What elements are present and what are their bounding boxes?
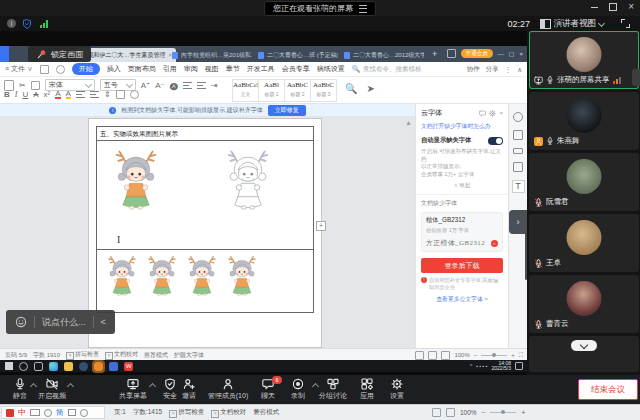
cut-icon[interactable]: ✂ <box>19 81 26 90</box>
view-page-icon[interactable] <box>415 351 424 360</box>
wps-tab[interactable]: 二〇大青春心…2012级大学 <box>344 48 424 62</box>
paste-icon[interactable] <box>4 80 14 91</box>
panel-close-icon[interactable]: × <box>499 110 503 117</box>
strikethrough-button[interactable]: A <box>33 90 38 99</box>
ime-cn-icon[interactable]: 中 <box>18 407 26 418</box>
text-tool-icon[interactable]: T <box>512 180 525 193</box>
quick-chat-bar[interactable]: 说点什么... < <box>6 310 115 334</box>
photos-app-icon[interactable] <box>109 362 118 371</box>
taskbar-clock[interactable]: 14:082022/5/3 <box>492 361 511 372</box>
file-menu[interactable]: ≡ 文件 ∨ <box>5 64 33 74</box>
wps-tab-active[interactable]: 我和伊二〇大…学生素质管理 × <box>76 48 176 62</box>
font-card[interactable]: 楷体_GB2312 相似推荐 1万 字体 方正楷体_GB2312× <box>421 212 503 252</box>
browser-icon[interactable] <box>79 362 88 371</box>
close-button[interactable]: × <box>628 3 634 11</box>
align-left-icon[interactable] <box>76 91 85 98</box>
view-web-icon[interactable] <box>428 351 437 360</box>
view-icon[interactable] <box>446 408 455 417</box>
maximize-button[interactable] <box>609 3 617 11</box>
clear-format-icon[interactable]: 🅐 <box>170 81 178 90</box>
style-heading1[interactable]: AaBl标题 1 <box>258 79 285 102</box>
align-center-icon[interactable] <box>90 91 99 98</box>
ime-settings-icon[interactable] <box>80 409 88 417</box>
settings-button[interactable]: 设置 <box>375 378 419 401</box>
superscript-button[interactable]: x² <box>44 90 51 99</box>
zoom-in-icon[interactable]: + <box>521 409 525 416</box>
menu-dev-tools[interactable]: 开发工具 <box>247 64 275 74</box>
style-heading3[interactable]: AaBbC标题 3 <box>310 79 337 102</box>
active-app-icon[interactable] <box>94 362 103 371</box>
shrink-font-icon[interactable]: A⁻ <box>155 81 165 90</box>
start-video-button[interactable]: 开启视频 <box>30 378 74 401</box>
doc-proof[interactable]: ×文档校对 <box>105 350 138 360</box>
wps-tab[interactable]: 向学校党组织…第201级私享 <box>172 48 252 62</box>
new-tab-button[interactable]: + <box>432 49 437 59</box>
zoom-in-icon[interactable]: + <box>511 352 515 358</box>
grow-font-icon[interactable]: A⁺ <box>141 81 151 90</box>
local-doc-proof[interactable]: ×文档校对 <box>211 408 246 418</box>
menu-member[interactable]: 会员专享 <box>282 64 310 74</box>
participant-tile-sharing[interactable]: 张萌的屏幕共享 <box>529 31 639 89</box>
find-icon[interactable]: 🔍 <box>345 84 357 93</box>
menu-review[interactable]: 审阅 <box>184 64 198 74</box>
view-outline-icon[interactable] <box>441 351 450 360</box>
participant-tile[interactable]: 朱燕舞 <box>529 92 639 150</box>
info-icon[interactable]: i <box>7 19 16 28</box>
wps-home-button[interactable] <box>0 46 9 62</box>
fullscreen-icon[interactable] <box>621 19 630 28</box>
security-shield-icon[interactable] <box>22 19 32 29</box>
emoji-icon[interactable] <box>15 316 27 328</box>
edge-browser-icon[interactable] <box>49 362 58 371</box>
ime-toolbox-icon[interactable] <box>68 409 76 416</box>
document-page[interactable]: 五、实物或效果图图片展示 I + <box>88 118 322 348</box>
ime-simplified-icon[interactable]: 简 <box>56 408 64 418</box>
member-pill[interactable]: 开通会员 <box>461 49 493 58</box>
zoom-level[interactable]: 100% <box>454 352 469 358</box>
spell-check[interactable]: ×拼写检查 <box>66 350 99 360</box>
fit-page-icon[interactable]: ⛶ <box>519 352 523 359</box>
end-meeting-button[interactable]: 结束会议 <box>578 379 638 400</box>
participant-tile[interactable]: 阮雪君 <box>529 153 639 211</box>
zoom-out-icon[interactable]: − <box>482 409 486 416</box>
menu-section[interactable]: 章节 <box>226 64 240 74</box>
pen-tool-icon[interactable] <box>513 112 523 122</box>
collab-button[interactable]: 协作 <box>467 65 480 74</box>
style-normal[interactable]: AaBbCcDd正文 <box>232 79 259 102</box>
file-explorer-icon[interactable] <box>64 362 73 371</box>
split-view-icon[interactable] <box>447 49 456 58</box>
local-zoom-level[interactable]: 100% <box>460 409 477 416</box>
feedback-icon[interactable] <box>479 110 486 117</box>
watching-banner[interactable]: 您正在观看张萌的屏幕 <box>264 1 376 16</box>
participant-tile[interactable]: 王卓 <box>529 214 639 272</box>
highlight-button[interactable]: A <box>66 90 71 99</box>
local-spell-check[interactable]: ×拼写检查 <box>169 408 204 418</box>
banner-menu-icon[interactable] <box>359 5 367 13</box>
menu-references[interactable]: 引用 <box>163 64 177 74</box>
fix-font-button[interactable]: 立即修复 <box>268 105 306 116</box>
gear-icon[interactable] <box>489 110 496 117</box>
menu-insert[interactable]: 插入 <box>107 64 121 74</box>
search-icon[interactable] <box>19 362 28 371</box>
notification-icon[interactable] <box>515 362 523 370</box>
insert-handle[interactable]: + <box>316 221 326 231</box>
menu-page-layout[interactable]: 页面布局 <box>128 64 156 74</box>
indent-icon[interactable]: ⇥ <box>211 81 218 90</box>
share-button[interactable]: 分享 <box>486 65 499 74</box>
participant-tile-partial[interactable] <box>529 336 639 372</box>
line-spacing-icon[interactable]: ⇕ <box>104 90 111 99</box>
minimize-button[interactable] <box>591 7 598 8</box>
sidebar-scrollbar[interactable] <box>525 210 527 280</box>
select-cursor-icon[interactable]: ➤ <box>366 84 374 93</box>
bullet-list-icon[interactable] <box>183 82 192 89</box>
command-search[interactable]: 🔍查找命令、搜索模板 <box>352 65 422 74</box>
border-icon[interactable] <box>130 90 139 99</box>
start-button[interactable] <box>5 362 13 370</box>
task-view-icon[interactable] <box>34 362 43 371</box>
underline-button[interactable]: U <box>22 90 28 99</box>
lock-view-pill[interactable]: 锁定画面 <box>28 46 91 62</box>
select-tool-icon[interactable] <box>513 130 523 140</box>
wps-app-icon[interactable]: W <box>124 362 133 371</box>
menu-paper[interactable]: 稿纸设置 <box>317 64 345 74</box>
ime-mic-icon[interactable] <box>44 409 52 417</box>
auto-show-toggle[interactable] <box>488 137 503 145</box>
